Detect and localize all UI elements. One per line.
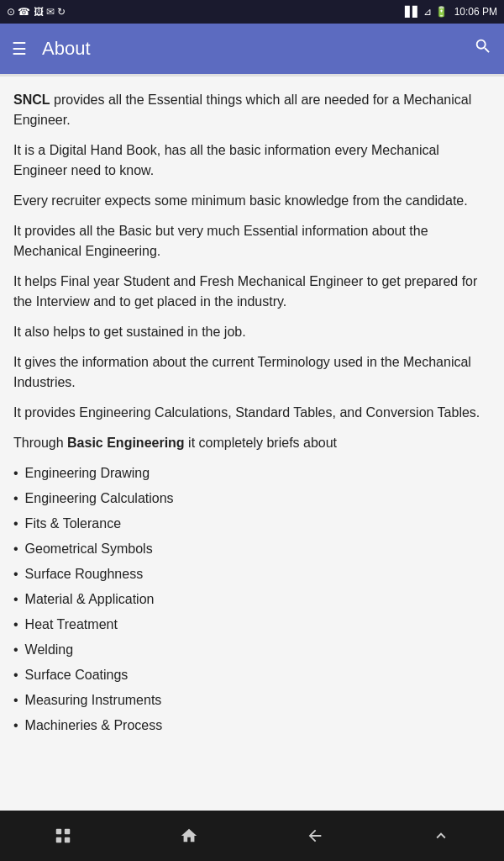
bullet-symbol: • [13, 615, 18, 635]
bullet-symbol: • [13, 716, 18, 736]
list-item: •Surface Roughness [13, 564, 491, 584]
bullet-text: Fits & Tolerance [25, 514, 121, 534]
bullet-symbol: • [13, 463, 18, 483]
wifi-icon: ⊿ [423, 6, 432, 18]
paragraph8: It provides Engineering Calculations, St… [13, 403, 491, 423]
list-item: •Welding [13, 640, 491, 660]
bullet-text: Material & Application [25, 589, 155, 610]
paragraph9-prefix: Through [13, 436, 67, 450]
bullet-text: Surface Roughness [25, 564, 144, 584]
bottom-nav [0, 811, 504, 861]
bullet-text: Measuring Instruments [25, 690, 162, 710]
list-item: •Engineering Drawing [13, 463, 491, 483]
status-bar-right: ▋▋ ⊿ 🔋 10:06 PM [405, 6, 497, 18]
overflow-button[interactable] [420, 819, 462, 853]
app-bar: ☰ About [0, 24, 504, 74]
paragraph6: It also helps to get sustained in the jo… [13, 322, 491, 342]
bullet-symbol: • [13, 564, 18, 584]
bullet-text: Machineries & Process [25, 716, 163, 736]
svg-rect-2 [56, 837, 61, 843]
time: 10:06 PM [454, 6, 497, 18]
list-item: •Measuring Instruments [13, 690, 491, 710]
content-area: SNCL provides all the Essential things w… [0, 77, 504, 811]
paragraph9-suffix: it completely briefs about [185, 436, 337, 450]
app-title: About [42, 38, 474, 60]
bullet-text: Surface Coatings [25, 665, 129, 685]
status-bar: ⊙ ☎ 🖼 ✉ ↻ ▋▋ ⊿ 🔋 10:06 PM [0, 0, 504, 24]
bullet-symbol: • [13, 539, 18, 559]
svg-rect-1 [65, 829, 70, 834]
paragraph4: It provides all the Basic but very much … [13, 221, 491, 261]
list-item: •Engineering Calculations [13, 489, 491, 509]
bullet-symbol: • [13, 514, 18, 534]
menu-icon[interactable]: ☰ [12, 39, 27, 59]
bullet-symbol: • [13, 589, 18, 610]
list-item: •Machineries & Process [13, 716, 491, 736]
status-bar-left: ⊙ ☎ 🖼 ✉ ↻ [7, 6, 66, 18]
intro-paragraph: SNCL provides all the Essential things w… [13, 90, 491, 130]
bullet-symbol: • [13, 489, 18, 509]
notification-icons: ⊙ ☎ 🖼 ✉ ↻ [7, 6, 66, 18]
svg-rect-3 [65, 837, 70, 843]
bullet-symbol: • [13, 690, 18, 710]
battery-icon: 🔋 [435, 6, 448, 18]
bullet-text: Heat Treatment [25, 615, 118, 635]
paragraph2: It is a Digital Hand Book, has all the b… [13, 140, 491, 181]
home-button[interactable] [168, 819, 210, 853]
paragraph9: Through Basic Engineering it completely … [13, 433, 491, 453]
bullet-text: Engineering Calculations [25, 489, 174, 509]
list-item: •Material & Application [13, 589, 491, 610]
bullet-symbol: • [13, 640, 18, 660]
bullet-symbol: • [13, 665, 18, 685]
brand-name: SNCL [13, 92, 50, 107]
recent-apps-button[interactable] [42, 819, 84, 853]
paragraph3: Every recruiter expects some minimum bas… [13, 191, 491, 211]
list-item: •Geometrical Symbols [13, 539, 491, 559]
signal-icon: ▋▋ [405, 6, 420, 18]
list-item: •Surface Coatings [13, 665, 491, 685]
back-button[interactable] [294, 819, 336, 853]
svg-rect-0 [56, 829, 61, 834]
bullet-text: Welding [25, 640, 74, 660]
paragraph7: It gives the information about the curre… [13, 352, 491, 393]
intro-text: provides all the Essential things which … [13, 92, 471, 127]
paragraph5: It helps Final year Student and Fresh Me… [13, 272, 491, 312]
list-item: •Fits & Tolerance [13, 514, 491, 534]
list-item: •Heat Treatment [13, 615, 491, 635]
paragraph9-bold: Basic Engineering [67, 436, 185, 450]
search-icon[interactable] [474, 37, 492, 61]
bullet-list: •Engineering Drawing•Engineering Calcula… [13, 463, 491, 736]
bullet-text: Geometrical Symbols [25, 539, 153, 559]
bullet-text: Engineering Drawing [25, 463, 150, 483]
